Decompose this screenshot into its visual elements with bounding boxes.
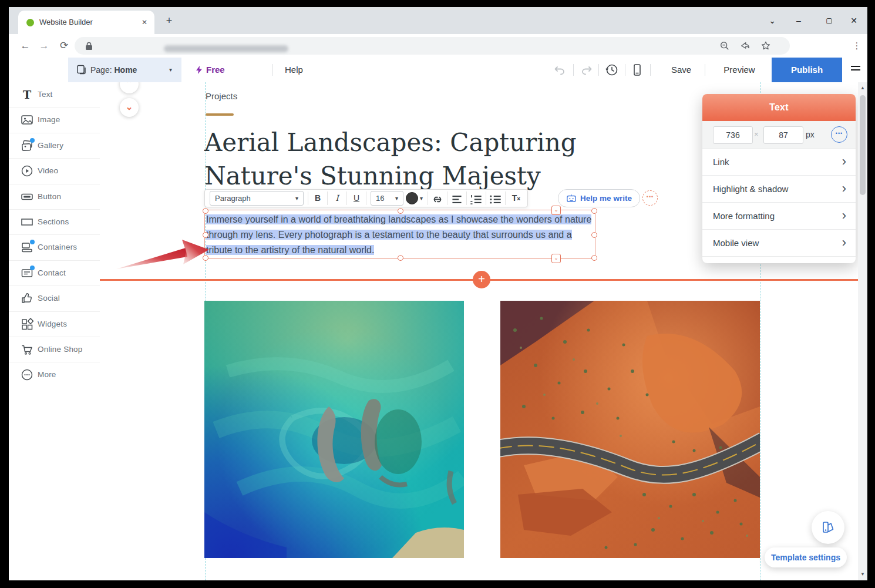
chevron-right-icon: › <box>842 203 846 230</box>
page-heading[interactable]: Aerial Landscapes: Capturing Nature's St… <box>204 126 627 193</box>
resize-handle[interactable] <box>591 232 597 238</box>
element-sidebar: T Text Image Gallery Vide <box>9 82 100 580</box>
template-settings-button[interactable]: Template settings <box>765 547 847 567</box>
font-size-select[interactable]: 16 ▾ <box>371 191 403 206</box>
share-icon[interactable] <box>740 41 751 51</box>
site-favicon <box>26 19 34 26</box>
panel-item-mobile-view[interactable]: Mobile view › <box>702 229 856 257</box>
section-eyebrow[interactable]: Projects <box>206 91 237 101</box>
selected-text-element[interactable]: Immerse yourself in a world of breathtak… <box>204 210 595 259</box>
panel-item-more-formatting[interactable]: More formatting › <box>702 202 856 230</box>
palette-swatch-icon <box>820 520 836 535</box>
page-selector[interactable]: Page: Home ▾ <box>68 58 181 82</box>
sidebar-item-gallery[interactable]: Gallery <box>9 133 100 159</box>
url-field[interactable] <box>75 37 790 55</box>
sidebar-item-video[interactable]: Video <box>9 159 100 184</box>
browser-tab[interactable]: Website Builder ✕ <box>18 11 154 34</box>
resize-handle[interactable] <box>398 255 403 261</box>
sidebar-item-text[interactable]: T Text <box>9 82 100 107</box>
back-icon[interactable]: ← <box>18 39 32 53</box>
window-close-button[interactable]: ✕ <box>846 13 862 28</box>
text-color-button[interactable]: ▾ <box>406 192 426 204</box>
menu-icon[interactable] <box>851 66 860 73</box>
drag-handle-top[interactable]: ⌄ <box>551 206 561 215</box>
button-icon <box>21 190 33 203</box>
sidebar-item-button[interactable]: Button <box>9 184 100 210</box>
link-icon[interactable] <box>430 191 445 206</box>
bookmark-star-icon[interactable] <box>760 41 771 51</box>
underline-button[interactable]: U <box>349 191 364 205</box>
eyebrow-underline <box>206 113 234 116</box>
paragraph-style-select[interactable]: Paragraph ▾ <box>210 191 304 206</box>
minimize-button[interactable]: – <box>790 13 807 28</box>
resize-handle[interactable] <box>398 208 403 214</box>
help-button[interactable]: Help <box>285 58 303 82</box>
panel-item-highlight-shadow[interactable]: Highlight & shadow › <box>702 175 856 203</box>
aerial-ocean-image[interactable] <box>204 301 464 558</box>
sidebar-item-social[interactable]: Social <box>9 286 100 311</box>
canvas-scrollbar[interactable]: ▲ ▼ <box>858 82 867 580</box>
sidebar-item-online-shop[interactable]: Online Shop <box>9 337 100 362</box>
chevron-up-icon: ⌃ <box>126 82 133 88</box>
maximize-button[interactable]: ▢ <box>821 13 837 28</box>
notification-dot <box>30 266 35 270</box>
tab-close-icon[interactable]: ✕ <box>139 17 150 28</box>
forward-icon[interactable]: → <box>37 39 51 53</box>
reload-icon[interactable]: ⟳ <box>57 39 71 53</box>
move-down-button[interactable]: ⌄ <box>120 98 139 117</box>
publish-button[interactable]: Publish <box>772 58 842 82</box>
blurred-url <box>164 45 288 52</box>
template-style-button[interactable] <box>812 511 844 544</box>
clear-format-button[interactable]: T× <box>507 191 525 205</box>
resize-handle[interactable] <box>591 255 597 261</box>
scroll-thumb[interactable] <box>860 95 866 195</box>
preview-button[interactable]: Preview <box>712 58 766 82</box>
help-me-write-button[interactable]: Help me write <box>558 189 640 207</box>
tab-search-icon[interactable]: ⌄ <box>764 13 780 28</box>
annotation-arrow <box>116 230 213 273</box>
resize-handle[interactable] <box>203 208 208 214</box>
notification-dot <box>30 138 35 143</box>
sidebar-item-image[interactable]: Image <box>9 107 100 133</box>
scroll-up-icon[interactable]: ▲ <box>858 83 867 93</box>
history-icon[interactable] <box>605 63 619 77</box>
align-icon[interactable] <box>449 191 465 206</box>
size-options-button[interactable]: ••• <box>831 126 847 143</box>
sidebar-item-sections[interactable]: Sections <box>9 210 100 235</box>
resize-handle[interactable] <box>591 208 597 214</box>
ordered-list-icon[interactable] <box>469 191 484 206</box>
sidebar-item-widgets[interactable]: Widgets <box>9 312 100 337</box>
sections-icon <box>21 216 33 229</box>
paragraph-text[interactable]: Immerse yourself in a world of breathtak… <box>206 212 593 258</box>
unit-label: px <box>806 121 815 148</box>
width-input[interactable] <box>713 126 753 144</box>
aerial-desert-image[interactable] <box>500 301 760 558</box>
move-up-button[interactable]: ⌃ <box>120 82 139 93</box>
save-button[interactable]: Save <box>658 58 705 82</box>
bullet-list-icon[interactable] <box>488 191 503 206</box>
toolbar-separator <box>650 64 651 76</box>
undo-icon[interactable] <box>553 63 567 77</box>
bold-button[interactable]: B <box>310 191 325 205</box>
italic-button[interactable]: I <box>329 191 345 205</box>
caret-down-icon: ▾ <box>420 195 423 201</box>
sidebar-item-more[interactable]: More <box>9 362 100 387</box>
redo-icon[interactable] <box>580 63 594 77</box>
add-section-button[interactable]: + <box>473 271 490 288</box>
cart-icon <box>21 343 33 356</box>
element-options-button[interactable]: ••• <box>642 190 658 206</box>
mobile-preview-icon[interactable] <box>630 63 644 77</box>
image-icon <box>21 113 33 126</box>
sidebar-item-containers[interactable]: Containers <box>9 235 100 260</box>
height-input[interactable] <box>763 126 803 144</box>
sidebar-item-contact[interactable]: Contact <box>9 261 100 286</box>
browser-menu-icon[interactable]: ⋮ <box>850 39 864 53</box>
more-icon <box>21 368 33 381</box>
panel-item-link[interactable]: Link › <box>702 148 856 176</box>
scroll-down-icon[interactable]: ▼ <box>858 570 867 579</box>
thumbs-up-icon <box>21 292 33 305</box>
page-selector-label: Page: Home <box>90 58 137 82</box>
drag-handle-bottom[interactable]: ⌄ <box>551 254 561 263</box>
new-tab-button[interactable]: + <box>161 14 177 29</box>
zoom-out-icon[interactable] <box>719 41 730 51</box>
